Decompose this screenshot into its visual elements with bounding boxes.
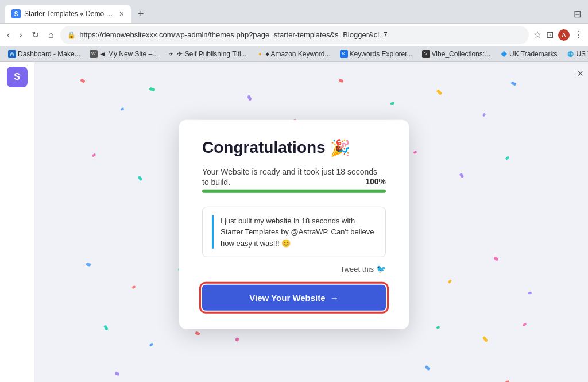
bookmark-favicon: V xyxy=(422,50,430,58)
browser-content: S × Congratulations 🎉 Your Website is re… xyxy=(0,62,588,382)
tab-close-btn[interactable]: × xyxy=(119,9,124,18)
url-bar[interactable]: 🔒 https://demowebsitexxx.com/wp-admin/th… xyxy=(60,26,529,44)
confetti-piece xyxy=(149,342,154,347)
confetti-piece xyxy=(448,279,452,284)
progress-percentage: 100% xyxy=(365,176,386,186)
confetti-piece xyxy=(80,78,85,83)
confetti-piece xyxy=(390,102,395,105)
bookmark-uk-tm[interactable]: 🔷 UK Trademarks xyxy=(496,49,560,59)
bookmark-favicon: 🌐 xyxy=(566,50,574,58)
confetti-piece xyxy=(338,79,343,83)
bookmark-keywords[interactable]: K Keywords Explorer... xyxy=(336,49,416,59)
confetti-piece xyxy=(413,151,417,154)
bookmark-favicon: ♦ xyxy=(256,50,264,58)
close-button[interactable]: × xyxy=(577,68,583,80)
confetti-piece xyxy=(91,153,96,157)
star-icon[interactable]: ☆ xyxy=(533,29,541,40)
progress-bar-fill xyxy=(202,189,386,192)
new-tab-button[interactable]: + xyxy=(133,6,149,22)
bookmark-dashboard[interactable]: W Dashboard - Make... xyxy=(5,49,84,59)
home-button[interactable]: ⌂ xyxy=(46,28,56,43)
tweet-text: I just built my website in 18 seconds wi… xyxy=(212,215,376,249)
confetti-piece xyxy=(120,107,124,111)
confetti-piece xyxy=(247,95,252,101)
tab-title: Starter Templates « Demo W... xyxy=(24,10,114,18)
confetti-piece xyxy=(138,176,143,181)
confetti-piece xyxy=(149,87,156,91)
tab-bar: S Starter Templates « Demo W... × + ⊟ xyxy=(0,0,588,23)
confetti-piece xyxy=(459,173,465,178)
confetti-piece xyxy=(86,263,91,267)
browser-chrome: S Starter Templates « Demo W... × + ⊟ ‹ … xyxy=(0,0,588,62)
sidebar-strip: S xyxy=(0,62,34,382)
view-website-button[interactable]: View Your Website → xyxy=(202,285,386,311)
refresh-button[interactable]: ↻ xyxy=(29,27,41,43)
tweet-this-row: Tweet this 🐦 xyxy=(202,264,386,273)
forward-button[interactable]: › xyxy=(17,28,24,43)
bookmark-newsite[interactable]: W ◄ My New Site –... xyxy=(86,49,162,59)
sidebar-logo: S xyxy=(7,67,28,87)
confetti-piece xyxy=(522,322,527,326)
confetti-piece xyxy=(436,89,443,95)
confetti-piece xyxy=(482,336,488,342)
profile-icon[interactable]: A xyxy=(558,29,570,41)
url-text: https://demowebsitexxx.com/wp-admin/them… xyxy=(79,30,522,39)
bookmark-us-tm[interactable]: 🌐 US Trademarks xyxy=(563,49,588,59)
bookmark-favicon: W xyxy=(90,50,98,58)
address-icons: ☆ ⊡ A ⋮ xyxy=(533,29,583,41)
tweet-box: I just built my website in 18 seconds wi… xyxy=(202,206,386,257)
confetti-piece xyxy=(235,337,239,341)
party-emoji: 🎉 xyxy=(330,138,350,157)
confetti-piece xyxy=(131,285,136,289)
twitter-icon: 🐦 xyxy=(376,264,386,273)
confetti-piece xyxy=(493,256,498,261)
confetti-piece xyxy=(510,81,516,86)
confetti-piece xyxy=(103,325,109,330)
menu-icon[interactable]: ⋮ xyxy=(574,29,583,40)
bookmark-selfpub[interactable]: ✈ ✈ Self Publishing Titl... xyxy=(164,49,250,59)
tab-favicon: S xyxy=(11,9,21,18)
address-bar: ‹ › ↻ ⌂ 🔒 https://demowebsitexxx.com/wp-… xyxy=(0,23,588,46)
confetti-piece xyxy=(195,331,200,336)
bookmark-amazon[interactable]: ♦ ♦ Amazon Keyword... xyxy=(253,49,334,59)
bookmarks-bar: W Dashboard - Make... W ◄ My New Site –.… xyxy=(0,46,588,62)
extensions-icon[interactable]: ⊡ xyxy=(546,29,554,40)
confetti-piece xyxy=(482,113,486,117)
bookmark-favicon: ✈ xyxy=(167,50,175,58)
congratulations-modal: Congratulations 🎉 Your Website is ready … xyxy=(179,119,409,329)
progress-bar-background xyxy=(202,189,386,192)
browser-tab[interactable]: S Starter Templates « Demo W... × xyxy=(5,5,131,23)
minimize-icon: ⊟ xyxy=(574,9,581,20)
confetti-piece xyxy=(505,156,510,160)
confetti-piece xyxy=(424,365,430,371)
bookmark-favicon: W xyxy=(8,50,16,58)
back-button[interactable]: ‹ xyxy=(5,28,12,43)
confetti-piece xyxy=(528,291,532,294)
bookmark-favicon: K xyxy=(340,50,348,58)
confetti-piece xyxy=(436,326,440,329)
bookmark-favicon: 🔷 xyxy=(500,50,508,58)
lock-icon: 🔒 xyxy=(67,31,76,39)
modal-subtitle: Your Website is ready and it took just 1… xyxy=(202,167,377,186)
modal-title: Congratulations 🎉 xyxy=(202,138,386,157)
tab-controls: ⊟ xyxy=(574,9,583,20)
bookmark-vibe[interactable]: V Vibe_Collections:... xyxy=(419,49,494,59)
confetti-piece xyxy=(114,372,119,376)
